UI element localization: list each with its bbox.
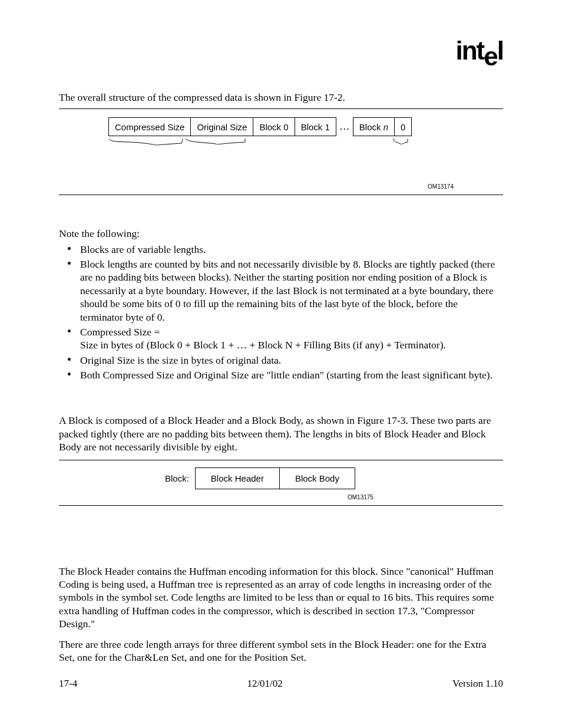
code-length-paragraph: There are three code length arrays for t… <box>59 638 503 664</box>
bullet-1: Blocks are of variable lengths. <box>59 243 503 256</box>
cell-block-n: Block n <box>353 117 395 136</box>
intro-paragraph: The overall structure of the compressed … <box>59 91 503 104</box>
cell-block-header: Block Header <box>195 467 280 489</box>
figure1-om-label: OM13174 <box>428 183 454 191</box>
cell-terminator: 0 <box>394 117 412 136</box>
block-composition-paragraph: A Block is composed of a Block Header an… <box>59 414 503 453</box>
bullet-5: Both Compressed Size and Original Size a… <box>59 368 503 381</box>
cell-block-body: Block Body <box>279 467 355 489</box>
footer-page-number: 17-4 <box>59 677 77 690</box>
bullet-list: Blocks are of variable lengths. Block le… <box>59 243 503 382</box>
cell-compressed-size: Compressed Size <box>108 117 191 136</box>
figure2-om-label: OM13175 <box>348 494 373 502</box>
cell-ellipsis: … <box>336 117 353 136</box>
footer-version: Version 1.10 <box>452 677 503 690</box>
page-body: The overall structure of the compressed … <box>59 91 503 664</box>
braces-svg <box>108 136 409 168</box>
bullet-4: Original Size is the size in bytes of or… <box>59 354 503 367</box>
figure2-row: Block: Block Header Block Body <box>165 467 355 489</box>
huffman-paragraph: The Block Header contains the Huffman en… <box>59 565 503 631</box>
cell-block-1: Block 1 <box>295 117 336 136</box>
page-footer: 17-4 12/01/02 Version 1.10 <box>59 677 503 690</box>
bullet-3: Compressed Size = Size in bytes of (Bloc… <box>59 325 503 352</box>
intel-logo: intel <box>456 34 503 67</box>
cell-original-size: Original Size <box>190 117 253 136</box>
note-lead: Note the following: <box>59 227 503 240</box>
bullet-2: Block lengths are counted by bits and no… <box>59 258 503 324</box>
figure-17-2: Compressed Size Original Size Block 0 Bl… <box>59 108 503 195</box>
figure2-label: Block: <box>165 473 189 484</box>
figure-17-3: Block: Block Header Block Body OM13175 <box>59 460 503 506</box>
footer-date: 12/01/02 <box>247 677 282 690</box>
cell-block-0: Block 0 <box>253 117 295 136</box>
figure1-box-row: Compressed Size Original Size Block 0 Bl… <box>108 117 412 136</box>
